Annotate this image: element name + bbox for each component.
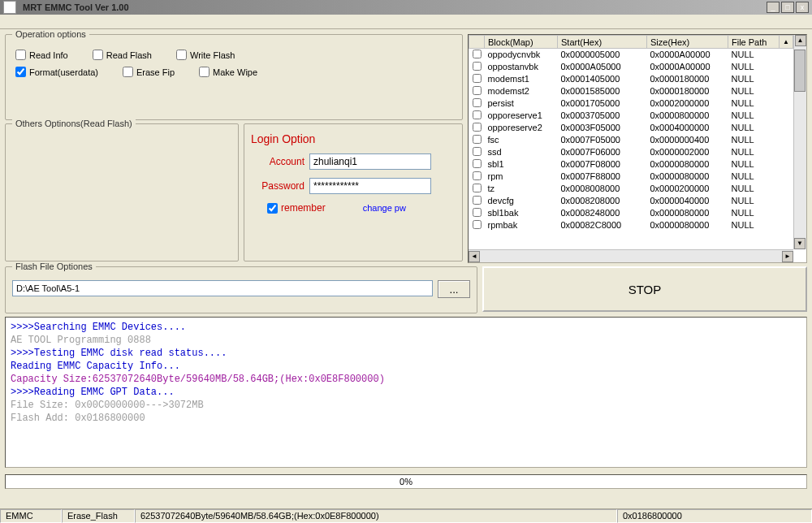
scroll-thumb[interactable] [794, 50, 806, 92]
operation-options-group: Operation options Read Info Read Flash W… [5, 34, 463, 120]
log-line: Reading EMMC Capacity Info... [11, 360, 801, 373]
others-legend: Others Optinons(Read Flash) [12, 119, 136, 128]
change-pw-link[interactable]: change pw [363, 203, 406, 213]
row-checkbox[interactable] [473, 171, 482, 180]
log-line: Flash Add: 0x0186800000 [11, 412, 801, 425]
scroll-left-icon[interactable]: ◄ [469, 251, 480, 262]
password-input[interactable] [309, 178, 431, 194]
app-icon [3, 1, 16, 14]
start-hex: 0x0003F05000 [558, 122, 647, 134]
stop-button[interactable]: STOP [482, 266, 807, 312]
remember-checkbox[interactable]: remember [267, 202, 326, 214]
block-name: modemst1 [485, 73, 558, 85]
file-path: NULL [728, 146, 780, 158]
size-hex: 0x0004000000 [647, 122, 728, 134]
row-checkbox[interactable] [473, 147, 482, 156]
table-row[interactable]: oppostanvbk0x0000A050000x0000A00000NULL [469, 61, 793, 73]
row-checkbox[interactable] [473, 135, 482, 144]
block-name: rpm [485, 171, 558, 183]
maximize-button[interactable]: □ [781, 2, 794, 13]
column-header[interactable]: Size(Hex) [647, 36, 728, 49]
row-checkbox[interactable] [473, 110, 482, 119]
table-row[interactable]: persist0x00017050000x0002000000NULL [469, 97, 793, 110]
table-row[interactable]: oppodycnvbk0x00000050000x0000A00000NULL [469, 49, 793, 61]
block-name: ssd [485, 146, 558, 158]
row-checkbox[interactable] [473, 98, 482, 107]
row-checkbox[interactable] [473, 50, 482, 58]
horizontal-scrollbar[interactable]: ◄ ► [469, 249, 793, 262]
write-flash-checkbox[interactable]: Write Flash [176, 50, 235, 60]
browse-button[interactable]: ... [438, 280, 470, 298]
table-row[interactable]: opporeserve10x00037050000x0000800000NULL [469, 110, 793, 122]
block-name: persist [485, 97, 558, 110]
flash-file-group: Flash File Optiones ... [5, 266, 477, 313]
block-name: tz [485, 183, 558, 195]
scroll-right-icon[interactable]: ► [782, 251, 793, 262]
table-row[interactable]: devcfg0x00082080000x0000040000NULL [469, 195, 793, 207]
minimize-button[interactable]: _ [767, 2, 780, 13]
table-row[interactable]: opporeserve20x0003F050000x0004000000NULL [469, 122, 793, 134]
start-hex: 0x0003705000 [558, 110, 647, 122]
window-title: MRT EMMC Tool Ver 1.00 [19, 2, 767, 12]
size-hex: 0x0000080000 [647, 158, 728, 171]
menubar [0, 15, 812, 29]
titlebar: MRT EMMC Tool Ver 1.00 _ □ x [0, 0, 812, 15]
read-info-checkbox[interactable]: Read Info [15, 50, 68, 60]
block-name: opporeserve2 [485, 122, 558, 134]
close-button[interactable]: x [796, 2, 809, 13]
row-checkbox[interactable] [473, 184, 482, 192]
flash-path-input[interactable] [12, 280, 433, 296]
account-label: Account [251, 156, 304, 167]
column-header[interactable]: File Path [728, 36, 780, 49]
file-path: NULL [728, 219, 780, 231]
block-name: opporeserve1 [485, 110, 558, 122]
table-row[interactable]: tz0x00080080000x0000200000NULL [469, 183, 793, 195]
start-hex: 0x0007F08000 [558, 158, 647, 171]
partition-table[interactable]: Block(Map)Start(Hex)Size(Hex)File Path▲ … [468, 34, 807, 263]
block-name: sbl1 [485, 158, 558, 171]
table-row[interactable]: rpm0x0007F880000x0000080000NULL [469, 171, 793, 183]
block-name: sbl1bak [485, 207, 558, 219]
log-output[interactable]: >>>>Searching EMMC Devices.... AE TOOL P… [5, 317, 807, 468]
log-line: >>>>Searching EMMC Devices.... [11, 321, 801, 334]
others-options-group: Others Optinons(Read Flash) [5, 123, 239, 262]
row-checkbox[interactable] [473, 62, 482, 71]
file-path: NULL [728, 171, 780, 183]
size-hex: 0x0000080000 [647, 207, 728, 219]
block-name: modemst2 [485, 85, 558, 97]
row-checkbox[interactable] [473, 159, 482, 168]
table-row[interactable]: fsc0x0007F050000x0000000400NULL [469, 134, 793, 146]
start-hex: 0x0007F88000 [558, 171, 647, 183]
size-hex: 0x0000002000 [647, 146, 728, 158]
column-header[interactable]: Start(Hex) [558, 36, 647, 49]
table-row[interactable]: rpmbak0x00082C80000x0000080000NULL [469, 219, 793, 231]
row-checkbox[interactable] [473, 220, 482, 229]
erase-fip-checkbox[interactable]: Erase Fip [123, 67, 175, 77]
column-header[interactable]: Block(Map) [485, 36, 558, 49]
table-row[interactable]: ssd0x0007F060000x0000002000NULL [469, 146, 793, 158]
row-checkbox[interactable] [473, 86, 482, 95]
table-row[interactable]: sbl1bak0x00082480000x0000080000NULL [469, 207, 793, 219]
scroll-up-icon[interactable]: ▲ [795, 35, 806, 46]
make-wipe-checkbox[interactable]: Make Wipe [199, 67, 257, 77]
table-row[interactable]: sbl10x0007F080000x0000080000NULL [469, 158, 793, 171]
row-checkbox[interactable] [473, 196, 482, 205]
size-hex: 0x0000800000 [647, 110, 728, 122]
file-path: NULL [728, 61, 780, 73]
account-input[interactable] [309, 153, 431, 170]
scroll-down-icon[interactable]: ▼ [794, 238, 806, 249]
row-checkbox[interactable] [473, 208, 482, 217]
file-path: NULL [728, 195, 780, 207]
start-hex: 0x0007F05000 [558, 134, 647, 146]
row-checkbox[interactable] [473, 123, 482, 132]
format-userdata-checkbox[interactable]: Format(userdata) [15, 67, 98, 77]
row-checkbox[interactable] [473, 74, 482, 83]
size-hex: 0x0000080000 [647, 219, 728, 231]
read-flash-checkbox[interactable]: Read Flash [93, 50, 152, 60]
start-hex: 0x0001705000 [558, 97, 647, 110]
table-row[interactable]: modemst20x00015850000x0000180000NULL [469, 85, 793, 97]
vertical-scrollbar[interactable]: ▲ ▼ [793, 35, 806, 249]
operation-legend: Operation options [12, 29, 89, 39]
start-hex: 0x0000005000 [558, 49, 647, 61]
table-row[interactable]: modemst10x00014050000x0000180000NULL [469, 73, 793, 85]
